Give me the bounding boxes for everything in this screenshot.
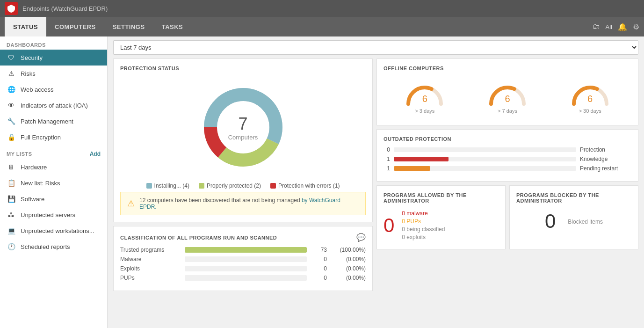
outdated-row-protection: 0 Protection [384, 146, 631, 153]
outdated-protection-bar-wrap [394, 147, 576, 152]
errors-label: Protection with errors (1) [278, 182, 340, 189]
trusted-label: Trusted programs [120, 247, 181, 253]
gauge-3days: 6 > 3 days [404, 80, 446, 114]
sidebar-item-patch[interactable]: 🔧 Patch Management [0, 113, 107, 129]
bell-icon[interactable]: 🔔 [618, 22, 627, 31]
folder-icon[interactable]: 🗂 [593, 22, 600, 31]
nav-bar: STATUS COMPUTERS SETTINGS TASKS 🗂 All 🔔 … [0, 17, 644, 36]
patch-icon: 🔧 [7, 117, 16, 125]
sidebar-item-unprotected-servers[interactable]: 🖧 Unprotected servers [0, 207, 107, 223]
malware-pct: (0.00%) [331, 256, 366, 262]
legend-row: Installing... (4) Properly protected (2)… [120, 182, 366, 189]
outdated-knowledge-label: Knowledge [580, 156, 631, 162]
protected-dot [199, 183, 204, 189]
programs-allowed-count: 0 [384, 216, 394, 235]
globe-icon: 🌐 [7, 86, 16, 93]
gauge-3days-chart: 6 [404, 80, 446, 106]
list-icon: 📋 [7, 179, 16, 187]
pups-pct: (0.00%) [331, 275, 366, 281]
outdated-protection-count: 0 [384, 146, 390, 153]
prog-pup: 0 PUPs [402, 218, 445, 225]
alert-text: 12 computers have been discovered that a… [139, 197, 359, 210]
exploits-pct: (0.00%) [331, 265, 366, 272]
outdated-knowledge-count: 1 [384, 156, 390, 162]
sidebar-web-label: Web access [21, 86, 54, 93]
outdated-restart-bar [394, 166, 430, 171]
app-title: Endpoints (WatchGuard EPDR) [22, 5, 108, 12]
sidebar-item-risks[interactable]: ⚠ Risks [0, 66, 107, 81]
shield-icon: 🛡 [7, 54, 16, 61]
total-computers-label: Computers [228, 134, 258, 141]
lock-icon: 🔒 [7, 133, 16, 141]
installing-dot [146, 183, 152, 189]
offline-title: OFFLINE COMPUTERS [384, 66, 631, 71]
blocked-label: Blocked items [568, 219, 603, 225]
eye-icon: 👁 [7, 102, 16, 109]
sidebar-item-unprotected-workstations[interactable]: 💻 Unprotected workstations... [0, 223, 107, 239]
gauge-30days-chart: 6 [569, 80, 611, 106]
content-grid: PROTECTION STATUS [108, 58, 644, 297]
comment-icon[interactable]: 💬 [356, 233, 366, 242]
settings-icon[interactable]: ⚙ [633, 22, 639, 31]
nav-settings[interactable]: SETTINGS [104, 17, 153, 36]
class-row-malware: Malware 0 (0.00%) [120, 256, 366, 262]
programs-allowed-panel: PROGRAMS ALLOWED BY THE ADMINISTRATOR 0 … [376, 185, 506, 249]
alert-triangle-icon: ⚠ [127, 198, 135, 209]
gauge-7days-label: > 7 days [498, 108, 517, 114]
add-list-button[interactable]: Add [90, 151, 101, 157]
sidebar-ioa-label: Indicators of attack (IOA) [21, 102, 88, 109]
gauge-7days: 6 > 7 days [486, 80, 528, 114]
outdated-restart-count: 1 [384, 165, 390, 172]
nav-right: 🗂 All 🔔 ⚙ [593, 22, 639, 31]
trusted-pct: (100.00%) [331, 247, 366, 253]
right-panel: OFFLINE COMPUTERS 6 > 3 days [376, 58, 638, 291]
time-filter-select[interactable]: Last 7 days Last 30 days Last 90 days [113, 40, 638, 55]
my-lists-header: MY LISTS Add [0, 145, 107, 159]
server-icon: 🖧 [7, 211, 16, 219]
outdated-protection-label: Protection [580, 146, 631, 153]
sidebar-item-security[interactable]: 🛡 Security [0, 50, 107, 66]
malware-label: Malware [120, 256, 181, 262]
sidebar-scheduled-label: Scheduled reports [21, 243, 70, 250]
sidebar-item-ioa[interactable]: 👁 Indicators of attack (IOA) [0, 97, 107, 113]
exploits-count: 0 [311, 265, 327, 272]
outdated-row-restart: 1 Pending restart [384, 165, 631, 172]
class-row-pups: PUPs 0 (0.00%) [120, 275, 366, 281]
pups-label: PUPs [120, 275, 181, 281]
sidebar-item-web-access[interactable]: 🌐 Web access [0, 81, 107, 97]
sidebar-item-encryption[interactable]: 🔒 Full Encryption [0, 129, 107, 145]
programs-details: 0 malware 0 PUPs 0 being classified 0 ex… [402, 210, 445, 241]
alert-main-text: 12 computers have been discovered that a… [139, 197, 300, 204]
sidebar-item-new-list-risks[interactable]: 📋 New list: Risks [0, 175, 107, 191]
sidebar-item-scheduled-reports[interactable]: 🕐 Scheduled reports [0, 239, 107, 255]
legend-installing: Installing... (4) [146, 182, 189, 189]
donut-chart: 7 Computers [196, 80, 290, 174]
sidebar-risks-label: Risks [21, 70, 36, 77]
nav-tasks[interactable]: TASKS [153, 17, 192, 36]
pups-bar-wrap [185, 275, 307, 281]
programs-blocked-panel: PROGRAMS BLOCKED BY THE ADMINISTRATOR 0 … [509, 185, 638, 249]
gauge-7days-chart: 6 [486, 80, 528, 106]
prog-classified: 0 being classified [402, 226, 445, 233]
hardware-icon: 🖥 [7, 163, 16, 171]
malware-bar-wrap [185, 256, 307, 262]
protection-status-title: PROTECTION STATUS [120, 66, 366, 71]
sidebar-item-software[interactable]: 💾 Software [0, 191, 107, 207]
bottom-right-row: PROGRAMS ALLOWED BY THE ADMINISTRATOR 0 … [376, 185, 638, 249]
programs-blocked-content: 0 Blocked items [516, 208, 631, 234]
all-label: All [606, 23, 612, 30]
programs-allowed-title: PROGRAMS ALLOWED BY THE ADMINISTRATOR [384, 192, 499, 204]
sidebar: DASHBOARDS 🛡 Security ⚠ Risks 🌐 Web acce… [0, 36, 108, 328]
content-area: Last 7 days Last 30 days Last 90 days PR… [108, 36, 644, 328]
outdated-knowledge-bar [394, 157, 449, 161]
nav-computers[interactable]: COMPUTERS [46, 17, 104, 36]
classification-title-text: CLASSIFICATION OF ALL PROGRAMS RUN AND S… [120, 235, 277, 241]
programs-blocked-title: PROGRAMS BLOCKED BY THE ADMINISTRATOR [516, 192, 631, 204]
sidebar-item-hardware[interactable]: 🖥 Hardware [0, 159, 107, 175]
sidebar-software-label: Software [21, 196, 44, 203]
installing-label: Installing... (4) [154, 182, 189, 189]
outdated-restart-label: Pending restart [580, 165, 631, 172]
gauge-30days: 6 > 30 days [569, 80, 611, 114]
left-panel: PROTECTION STATUS [113, 58, 373, 291]
nav-status[interactable]: STATUS [5, 17, 46, 36]
